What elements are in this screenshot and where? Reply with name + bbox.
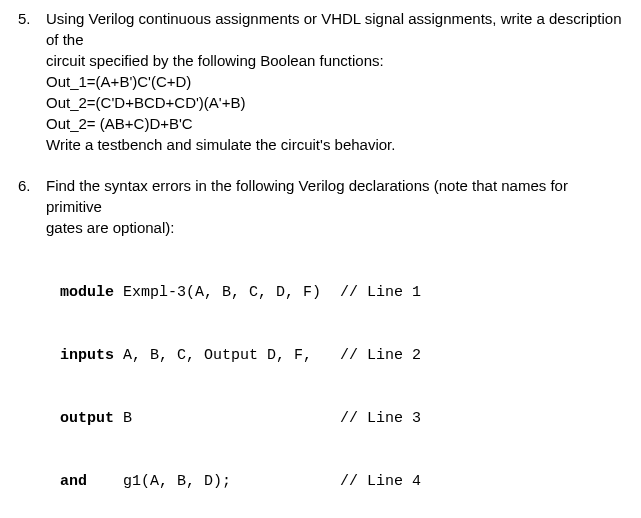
q5-line2: circuit specified by the following Boole… [46, 50, 623, 71]
q6-line1: Find the syntax errors in the following … [46, 175, 623, 217]
q6-number: 6. [18, 175, 46, 196]
q6-rest-1: Exmpl-3(A, B, C, D, F) [114, 284, 321, 301]
q6-rest-4: g1(A, B, D); [87, 473, 231, 490]
q6-comment-1: // Line 1 [340, 282, 623, 303]
q6-kw-3: output [60, 410, 114, 427]
q5-line1: Using Verilog continuous assignments or … [46, 8, 623, 50]
q6-rest-3: B [114, 410, 132, 427]
q6-code-line-2: inputs A, B, C, Output D, F,// Line 2 [60, 345, 623, 366]
q6-code-line-4: and g1(A, B, D);// Line 4 [60, 471, 623, 492]
q6-code-line-3: output B// Line 3 [60, 408, 623, 429]
q6-line2: gates are optional): [46, 217, 623, 238]
q5-eq2: Out_2=(C'D+BCD+CD')(A'+B) [46, 92, 623, 113]
q6-code-block: module Exmpl-3(A, B, C, D, F)// Line 1 i… [60, 240, 623, 518]
q6-header: 6. Find the syntax errors in the followi… [18, 175, 623, 217]
q5-eq1: Out_1=(A+B')C'(C+D) [46, 71, 623, 92]
q5-eq3: Out_2= (AB+C)D+B'C [46, 113, 623, 134]
q6-kw-1: module [60, 284, 114, 301]
q5-line3: Write a testbench and simulate the circu… [46, 134, 623, 155]
q5-number: 5. [18, 8, 46, 29]
q6-comment-4: // Line 4 [340, 471, 623, 492]
q6-comment-2: // Line 2 [340, 345, 623, 366]
q6-comment-3: // Line 3 [340, 408, 623, 429]
q5-header: 5. Using Verilog continuous assignments … [18, 8, 623, 50]
q6-kw-2: inputs [60, 347, 114, 364]
q6-kw-4: and [60, 473, 87, 490]
q6-code-line-1: module Exmpl-3(A, B, C, D, F)// Line 1 [60, 282, 623, 303]
q6-rest-2: A, B, C, Output D, F, [114, 347, 312, 364]
question-5: 5. Using Verilog continuous assignments … [18, 8, 623, 155]
question-6: 6. Find the syntax errors in the followi… [18, 175, 623, 518]
